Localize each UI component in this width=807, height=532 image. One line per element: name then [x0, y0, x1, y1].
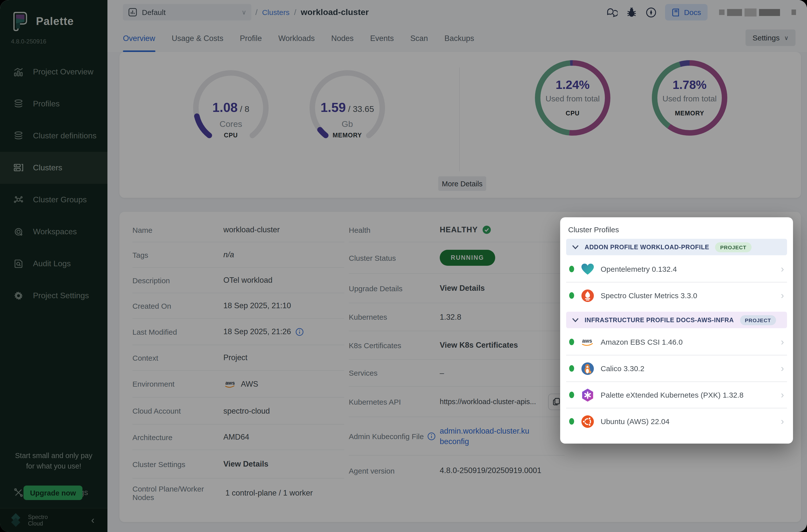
- chevron-right-icon: ›: [781, 416, 784, 427]
- status-dot: [569, 418, 574, 424]
- opentelemetry-icon: [581, 262, 594, 276]
- profile-item-spectro-cluster-metrics[interactable]: Spectro Cluster Metrics 3.3.0 ›: [566, 283, 787, 308]
- infrastructure-profile-items: aws Amazon EBS CSI 1.46.0 › Calico 3.30.…: [566, 329, 787, 434]
- status-dot: [569, 292, 574, 299]
- addon-profile-items: Opentelemetry 0.132.4 › Spectro Cluster …: [566, 256, 787, 308]
- profile-item-ubuntu[interactable]: Ubuntu (AWS) 22.04 ›: [566, 408, 787, 434]
- profile-item-label: Palette eXtended Kubernetes (PXK) 1.32.8: [601, 391, 774, 399]
- profile-item-pxk[interactable]: Palette eXtended Kubernetes (PXK) 1.32.8…: [566, 382, 787, 408]
- svg-text:aws: aws: [582, 338, 592, 343]
- project-badge: PROJECT: [740, 315, 776, 325]
- prometheus-icon: [581, 289, 594, 302]
- addon-profile-section-header[interactable]: ADDON PROFILE WORKLOAD-PROFILE PROJECT: [566, 239, 787, 255]
- screen: Palette 4.8.0-250916 Project Overview Pr…: [0, 0, 807, 532]
- profile-item-label: Calico 3.30.2: [601, 364, 774, 373]
- panel-title: Cluster Profiles: [560, 217, 793, 239]
- status-dot: [569, 392, 574, 398]
- ubuntu-icon: [581, 415, 594, 428]
- chevron-right-icon: ›: [781, 264, 784, 274]
- profile-item-amazon-ebs-csi[interactable]: aws Amazon EBS CSI 1.46.0 ›: [566, 329, 787, 356]
- calico-icon: [581, 362, 594, 375]
- section-header-label: ADDON PROFILE WORKLOAD-PROFILE: [585, 244, 709, 250]
- status-dot: [569, 339, 574, 345]
- chevron-right-icon: ›: [781, 363, 784, 374]
- project-badge: PROJECT: [715, 242, 752, 252]
- pxk-icon: [581, 388, 594, 402]
- profile-item-label: Opentelemetry 0.132.4: [601, 265, 774, 273]
- profile-item-label: Spectro Cluster Metrics 3.3.0: [601, 291, 774, 300]
- profile-item-label: Amazon EBS CSI 1.46.0: [601, 338, 774, 346]
- chevron-down-icon: [572, 318, 579, 322]
- chevron-down-icon: [572, 245, 579, 249]
- chevron-right-icon: ›: [781, 337, 784, 347]
- profile-item-calico[interactable]: Calico 3.30.2 ›: [566, 356, 787, 382]
- profile-item-label: Ubuntu (AWS) 22.04: [601, 417, 774, 425]
- app-window: Palette 4.8.0-250916 Project Overview Pr…: [0, 0, 807, 532]
- cluster-profiles-panel: Cluster Profiles ADDON PROFILE WORKLOAD-…: [560, 217, 793, 443]
- profile-item-opentelemetry[interactable]: Opentelemetry 0.132.4 ›: [566, 256, 787, 283]
- status-dot: [569, 365, 574, 372]
- aws-icon: aws: [581, 335, 594, 349]
- status-dot: [569, 266, 574, 272]
- section-header-label: INFRASTRUCTURE PROFILE DOCS-AWS-INFRA: [585, 317, 734, 323]
- infrastructure-profile-section-header[interactable]: INFRASTRUCTURE PROFILE DOCS-AWS-INFRA PR…: [566, 312, 787, 328]
- chevron-right-icon: ›: [781, 390, 784, 400]
- chevron-right-icon: ›: [781, 290, 784, 301]
